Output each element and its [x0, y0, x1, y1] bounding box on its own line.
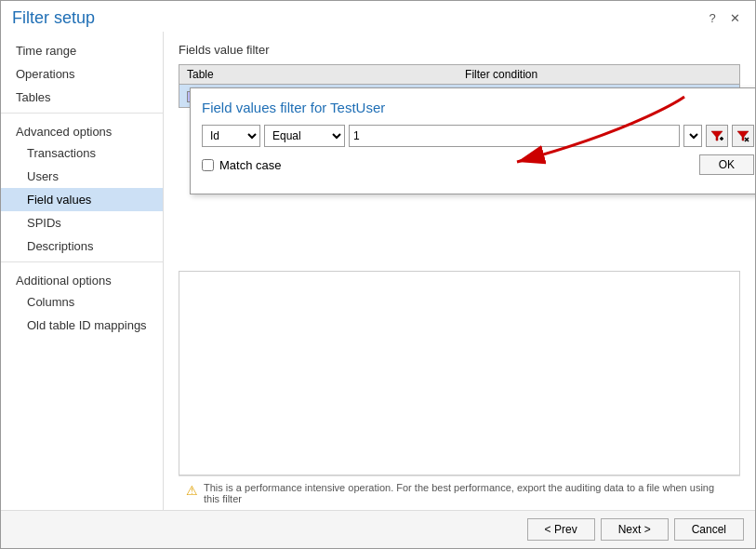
sidebar-item-spids[interactable]: SPIDs	[1, 211, 163, 234]
value-input[interactable]	[349, 125, 680, 147]
warning-text: This is a performance intensive operatio…	[204, 482, 733, 504]
col-filter-condition: Filter condition	[458, 65, 703, 85]
col-action	[703, 65, 740, 85]
filter-row: Id Name Email Equal Not equal Contains S…	[202, 125, 754, 147]
filter-add-icon-btn[interactable]	[706, 125, 728, 147]
funnel-add-icon	[710, 129, 723, 142]
warning-bar: ⚠ This is a performance intensive operat…	[179, 475, 740, 510]
col-table: Table	[179, 65, 458, 85]
sidebar-item-operations[interactable]: Operations	[1, 62, 163, 86]
sidebar-item-old-table-id[interactable]: Old table ID mappings	[1, 314, 163, 337]
sidebar: Time range Operations Tables Advanced op…	[1, 32, 164, 510]
field-select[interactable]: Id Name Email	[202, 125, 260, 147]
sidebar-section-advanced: Advanced options	[1, 117, 163, 141]
value-dropdown[interactable]	[683, 125, 702, 147]
ok-button[interactable]: OK	[699, 154, 754, 175]
next-button[interactable]: Next >	[601, 518, 669, 541]
sidebar-item-descriptions[interactable]: Descriptions	[1, 234, 163, 258]
funnel-remove-icon	[736, 129, 749, 142]
close-button[interactable]: ✕	[725, 9, 744, 28]
filter-remove-icon-btn[interactable]	[732, 125, 754, 147]
sidebar-item-time-range[interactable]: Time range	[1, 39, 163, 62]
sidebar-item-transactions[interactable]: Transactions	[1, 141, 163, 165]
sidebar-section-additional: Additional options	[1, 266, 163, 290]
help-button[interactable]: ?	[703, 9, 722, 28]
title-bar: Filter setup ? ✕	[1, 1, 755, 32]
sidebar-divider-2	[1, 261, 163, 262]
content-area	[179, 271, 740, 475]
sidebar-item-field-values[interactable]: Field values	[1, 188, 163, 211]
title-bar-controls: ? ✕	[703, 9, 744, 28]
sidebar-item-columns[interactable]: Columns	[1, 290, 163, 314]
match-case-checkbox[interactable]	[202, 159, 214, 171]
sidebar-item-users[interactable]: Users	[1, 165, 163, 188]
section-title: Fields value filter	[179, 43, 740, 57]
cancel-button[interactable]: Cancel	[674, 518, 744, 541]
field-values-popup: Field values filter for TestUser Id Name…	[190, 87, 755, 194]
main-content: Fields value filter Table Filter conditi…	[164, 32, 755, 510]
sidebar-divider-1	[1, 113, 163, 114]
dialog-body: Time range Operations Tables Advanced op…	[1, 32, 755, 510]
warning-icon: ⚠	[186, 483, 198, 498]
match-case-row: Match case OK	[202, 154, 754, 175]
dialog-title: Filter setup	[12, 8, 95, 28]
match-case-label: Match case	[219, 158, 281, 172]
sidebar-item-tables[interactable]: Tables	[1, 86, 163, 109]
dialog-footer: < Prev Next > Cancel	[1, 510, 755, 548]
filter-setup-dialog: Filter setup ? ✕ Time range Operations T…	[0, 0, 756, 549]
condition-select[interactable]: Equal Not equal Contains Starts with	[264, 125, 345, 147]
popup-title: Field values filter for TestUser	[202, 100, 754, 115]
prev-button[interactable]: < Prev	[527, 518, 595, 541]
